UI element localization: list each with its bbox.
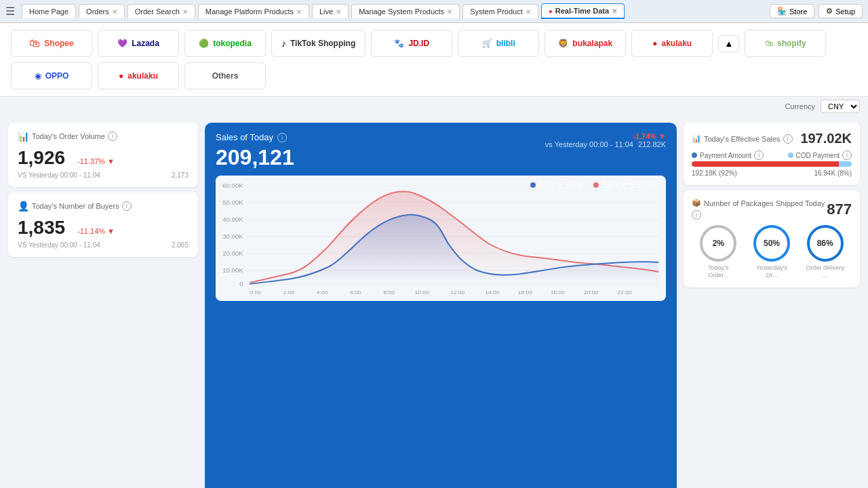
order-icon: 📊 — [18, 131, 29, 142]
store-icon: 🏪 — [777, 7, 787, 16]
platform-grid: 🛍 Shopee 💜 Lazada 🟢 tokopedia ♪ TikTok S… — [0, 23, 868, 97]
platform-tiktok[interactable]: ♪ TikTok Shopping — [271, 30, 366, 57]
tokopedia-icon: 🟢 — [199, 39, 209, 48]
close-icon[interactable]: ✕ — [336, 8, 341, 16]
platform-others[interactable]: Others — [184, 62, 266, 89]
bukalapak-icon: 🦁 — [558, 39, 568, 48]
svg-text:20:00: 20:00 — [584, 289, 599, 296]
main-content: 📊 Today's Order Volume i 1,926 -11.37% ▼… — [0, 116, 868, 488]
order-info-icon[interactable]: i — [108, 131, 117, 141]
chart-svg: 60.00K 50.00K 40.00K 30.00K 20.00K 10.00… — [216, 176, 666, 301]
packages-card: 📦 Number of Packages Shipped Today i 877… — [684, 190, 860, 287]
tab-actions: 🏪 Store ⚙ Setup — [770, 4, 863, 18]
buyers-icon: 👤 — [18, 201, 29, 211]
platform-akulaku1[interactable]: ● akulaku — [631, 30, 713, 57]
pkg-icon: 📦 — [692, 199, 701, 207]
buyers-info-icon[interactable]: i — [122, 201, 132, 211]
svg-text:6:00: 6:00 — [350, 289, 361, 296]
oppo-icon: ◉ — [35, 71, 41, 81]
svg-text:0: 0 — [239, 281, 243, 287]
setup-button[interactable]: ⚙ Setup — [818, 4, 863, 18]
store-button[interactable]: 🏪 Store — [770, 4, 814, 18]
close-icon[interactable]: ✕ — [526, 8, 531, 16]
platform-lazada[interactable]: 💜 Lazada — [98, 30, 179, 57]
collapse-button[interactable]: ▲ — [718, 35, 739, 52]
pkg-circles: 2% Today's Order... 50% Yesterday's Or..… — [692, 225, 852, 279]
center-column: Sales of Today i 209,121 -1.74% ▼ vs Yes… — [205, 123, 677, 488]
platform-tokopedia[interactable]: 🟢 tokopedia — [184, 30, 266, 57]
svg-text:14:00: 14:00 — [485, 289, 500, 296]
jd-icon: 🐾 — [394, 39, 404, 48]
platform-bukalapak[interactable]: 🦁 bukalapak — [545, 30, 626, 57]
buyers-change: -11.14% ▼ — [77, 227, 115, 235]
effective-sales-bar — [692, 161, 852, 167]
today-dot — [530, 182, 536, 188]
tab-order-search[interactable]: Order Search ✕ — [127, 4, 195, 18]
left-column: 📊 Today's Order Volume i 1,926 -11.37% ▼… — [8, 123, 198, 488]
right-column: 📊 Today's Effective Sales i 197.02K Paym… — [684, 123, 860, 488]
order-change: -11.37% ▼ — [77, 157, 115, 165]
platform-akulaku2[interactable]: ● akulaku — [98, 62, 179, 89]
tab-realtime-data[interactable]: ● Real-Time Data ✕ — [541, 3, 625, 19]
yesterday-dot — [593, 182, 599, 188]
tab-live[interactable]: Live ✕ — [312, 4, 349, 18]
order-volume-card: 📊 Today's Order Volume i 1,926 -11.37% ▼… — [8, 123, 198, 187]
close-icon[interactable]: ✕ — [182, 8, 188, 16]
tab-system-product[interactable]: System Product ✕ — [462, 4, 538, 18]
sales-chart-card: Sales of Today i 209,121 -1.74% ▼ vs Yes… — [205, 123, 677, 488]
svg-text:18:00: 18:00 — [551, 289, 566, 296]
platform-shopify[interactable]: 🛍 shopify — [745, 30, 826, 57]
svg-text:4:00: 4:00 — [317, 289, 328, 296]
es-info-icon[interactable]: i — [783, 134, 793, 144]
platform-oppo[interactable]: ◉ OPPO — [11, 62, 92, 89]
close-icon[interactable]: ✕ — [296, 8, 302, 16]
effective-sales-card: 📊 Today's Effective Sales i 197.02K Paym… — [684, 123, 860, 185]
circle-yesterday: 50% Yesterday's Or... — [751, 225, 792, 279]
legend-yesterday: Sales of Yesterday — [593, 181, 658, 188]
close-icon[interactable]: ✕ — [612, 7, 617, 15]
pkg-info-icon[interactable]: i — [692, 210, 701, 220]
close-icon[interactable]: ✕ — [447, 8, 452, 16]
svg-text:50.00K: 50.00K — [222, 199, 243, 206]
legend-today: Sales of Today — [530, 181, 583, 188]
platform-blibli[interactable]: 🛒 blibli — [458, 30, 539, 57]
svg-text:40.00K: 40.00K — [222, 216, 243, 223]
svg-text:2:00: 2:00 — [283, 289, 295, 296]
svg-text:22:00: 22:00 — [617, 289, 632, 296]
sales-info-icon[interactable]: i — [277, 133, 287, 142]
shopify-icon: 🛍 — [765, 39, 773, 48]
sales-chart-area: Sales of Today Sales of Yesterday 60.00K… — [216, 176, 666, 301]
svg-text:16:00: 16:00 — [518, 289, 533, 296]
lazada-icon: 💜 — [117, 39, 127, 48]
tab-manage-system[interactable]: Manage System Products ✕ — [351, 4, 460, 18]
cod-dot — [788, 152, 793, 158]
setup-icon: ⚙ — [826, 7, 833, 16]
svg-text:10:00: 10:00 — [414, 289, 429, 296]
currency-select[interactable]: CNY USD IDR — [821, 100, 860, 113]
svg-text:8:00: 8:00 — [383, 289, 395, 296]
payment-dot — [692, 152, 697, 158]
svg-text:12:00: 12:00 — [450, 289, 465, 296]
tiktok-icon: ♪ — [281, 38, 286, 49]
tab-homepage[interactable]: Home Page — [22, 4, 76, 18]
shopee-icon: 🛍 — [29, 37, 40, 49]
tab-orders[interactable]: Orders ✕ — [79, 4, 125, 18]
chart-legend: Sales of Today Sales of Yesterday — [530, 181, 658, 188]
akulaku2-icon: ● — [119, 71, 123, 81]
platform-jd[interactable]: 🐾 JD.ID — [371, 30, 452, 57]
cod-info-icon[interactable]: i — [842, 150, 852, 160]
es-bar-fill — [692, 161, 852, 167]
svg-text:10.00K: 10.00K — [222, 267, 243, 274]
akulaku-icon: ● — [652, 39, 657, 48]
tab-manage-platform[interactable]: Manage Platform Products ✕ — [198, 4, 309, 18]
svg-text:0:00: 0:00 — [250, 289, 261, 296]
svg-text:60.00K: 60.00K — [222, 182, 243, 189]
svg-text:30.00K: 30.00K — [222, 233, 243, 240]
currency-bar: Currency CNY USD IDR — [0, 97, 868, 116]
platform-shopee[interactable]: 🛍 Shopee — [11, 30, 92, 57]
buyers-card: 👤 Today's Number of Buyers i 1,835 -11.1… — [8, 192, 198, 257]
close-icon[interactable]: ✕ — [112, 8, 117, 16]
payment-info-icon[interactable]: i — [754, 150, 764, 160]
blibli-icon: 🛒 — [482, 39, 492, 48]
menu-icon[interactable]: ☰ — [5, 5, 15, 18]
